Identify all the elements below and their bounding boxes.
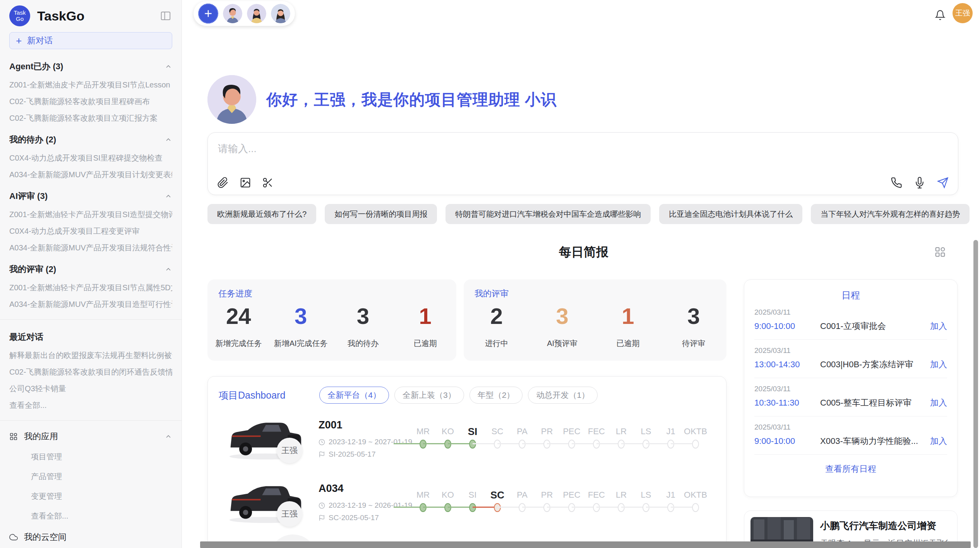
schedule-time: 9:00-10:00 — [754, 436, 820, 446]
sidebar-item[interactable]: C02-飞腾新能源轻客改款项目立项汇报方案 — [9, 114, 172, 122]
join-link[interactable]: 加入 — [930, 397, 947, 409]
milestone-pa: PA — [510, 488, 535, 514]
app-link-product-mgmt[interactable]: 产品管理 — [9, 471, 172, 482]
sidebar-item[interactable]: A034-全新新能源MUV产品开发项目法规符合性评审 — [9, 244, 172, 252]
horizontal-scrollbar[interactable] — [200, 541, 971, 548]
grid-icon — [9, 432, 18, 441]
agent-pill — [194, 1, 295, 26]
sidebar-item-cloud-space[interactable]: 我的云空间 — [9, 531, 172, 543]
filter-model-year[interactable]: 年型（2） — [469, 387, 523, 404]
attachment-icon[interactable] — [217, 177, 229, 188]
agent-avatar-1[interactable] — [223, 4, 242, 23]
recent-chat-item[interactable]: C02-飞腾新能源轻客改款项目的闭环通告反馈情况 — [9, 368, 172, 376]
sidebar-item[interactable]: C0X4-动力总成开发项目工程变更评审 — [9, 227, 172, 235]
filter-powertrain[interactable]: 动总开发（1） — [528, 387, 598, 404]
suggestion-chip[interactable]: 如何写一份清晰的项目周报 — [325, 204, 437, 224]
main-area: 王强 你好，王强，我是你的项目管理助理 小识 请输入... 欧洲新规最近颁布了什… — [182, 0, 980, 548]
milestone-label: LR — [609, 425, 634, 438]
vertical-scrollbar[interactable] — [973, 240, 978, 548]
view-all-apps[interactable]: 查看全部... — [9, 511, 172, 521]
app-title: TaskGo — [37, 9, 159, 24]
app-link-change-mgmt[interactable]: 变更管理 — [9, 491, 172, 502]
milestone-label: PR — [535, 425, 559, 438]
greeting-text: 你好，王强，我是你的项目管理助理 小识 — [266, 89, 557, 110]
add-agent-button[interactable] — [198, 3, 218, 24]
suggestion-chip[interactable]: 比亚迪全固态电池计划具体说了什么 — [659, 204, 802, 224]
milestone-sc: SC — [485, 425, 510, 450]
chevron-up-icon — [164, 433, 172, 440]
sidebar-item[interactable]: A034-全新新能源MUV产品开发项目计划变更表编写 — [9, 171, 172, 179]
suggestion-chip[interactable]: 特朗普可能对进口汽车增税会对中国车企造成哪些影响 — [445, 204, 651, 224]
suggestion-chips: 欧洲新规最近颁布了什么? 如何写一份清晰的项目周报 特朗普可能对进口汽车增税会对… — [207, 204, 970, 224]
schedule-card: 日程 2025/03/11 9:00-10:00 C001-立项审批会 加入 2… — [744, 279, 958, 497]
sidebar-item[interactable]: Z001-全新燃油轻卡产品开发项目SI造型提交物评审 — [9, 211, 172, 219]
clock-icon — [319, 439, 325, 445]
milestone-dot — [692, 440, 699, 449]
milestone-label: LS — [634, 425, 658, 438]
project-flag-date: SI-2025-05-17 — [319, 450, 375, 459]
chat-input-card[interactable]: 请输入... — [207, 132, 958, 195]
view-all-schedule-link[interactable]: 查看所有日程 — [754, 463, 947, 475]
recent-chat-item[interactable]: 公司Q3轻卡销量 — [9, 385, 172, 393]
project-flag-date: SC-2025-05-17 — [319, 514, 379, 522]
new-chat-button[interactable]: + 新对话 — [9, 32, 172, 49]
project-dates: 2023-12-19 ~ 2026-01-19 — [319, 501, 412, 510]
sidebar: Task Go TaskGo + 新对话 Agent已办 (3) Z001-全新… — [0, 0, 182, 548]
chevron-up-icon — [164, 63, 172, 70]
notifications-bell-icon[interactable] — [935, 10, 946, 21]
suggestion-chip[interactable]: 欧洲新规最近颁布了什么? — [207, 204, 316, 224]
join-link[interactable]: 加入 — [930, 435, 947, 447]
microphone-icon[interactable] — [914, 177, 925, 188]
image-icon[interactable] — [240, 177, 251, 188]
sidebar-item-my-apps[interactable]: 我的应用 — [9, 431, 172, 442]
flag-icon — [319, 515, 325, 521]
join-link[interactable]: 加入 — [930, 320, 947, 332]
filter-new-platform[interactable]: 全新平台（4） — [319, 387, 389, 404]
milestone-label: PR — [535, 488, 559, 502]
section-agent-done[interactable]: Agent已办 (3) — [9, 61, 172, 72]
recent-chat-item[interactable]: 解释最新出台的欧盟报废车法规再生塑料比例被调至15%... — [9, 351, 172, 360]
schedule-item: 2025/03/11 13:00-14:30 C003|H0B-方案冻结评审 加… — [754, 340, 947, 378]
schedule-name: C003|H0B-方案冻结评审 — [820, 359, 925, 370]
join-link[interactable]: 加入 — [930, 359, 947, 370]
project-row-z001[interactable]: 王强 Z001 2023-12-19 ~ 2027-01-19 SI-2025-… — [208, 409, 726, 467]
sidebar-item[interactable]: C0X4-动力总成开发项目SI里程碑提交物检查 — [9, 154, 172, 162]
milestone-label: FEC — [584, 488, 609, 502]
agent-avatar-3[interactable] — [271, 4, 290, 23]
collapse-sidebar-icon[interactable] — [159, 10, 172, 22]
milestone-label: J1 — [658, 488, 683, 502]
milestone-track: MRKOSISCPAPRPECFECLRLSJ1OKTB — [411, 488, 708, 514]
sidebar-item[interactable]: Z001-全新燃油皮卡产品开发项目SI节点Lesson Learn报告 — [9, 81, 172, 89]
milestone-j1: J1 — [658, 488, 683, 514]
filter-new-body[interactable]: 全新上装（3） — [394, 387, 464, 404]
sidebar-item[interactable]: A034-全新新能源MUV产品开发项目造型可行性评审 — [9, 300, 172, 308]
agent-avatar-2[interactable] — [247, 4, 266, 23]
sidebar-item[interactable]: C02-飞腾新能源轻客改款项目里程碑画布 — [9, 98, 172, 106]
section-my-todo[interactable]: 我的待办 (2) — [9, 134, 172, 146]
stat-in-progress: 2 进行中 — [464, 303, 529, 349]
stat-new-ai-done: 3 新增AI完成任务 — [270, 303, 332, 349]
app-link-project-mgmt[interactable]: 项目管理 — [9, 452, 172, 462]
section-label: 我的待办 (2) — [9, 134, 56, 146]
milestone-label: OKTB — [683, 488, 708, 502]
schedule-name: C001-立项审批会 — [820, 320, 925, 332]
suggestion-chip[interactable]: 当下年轻人对汽车外观有怎样的喜好趋势 — [811, 204, 970, 224]
stat-pending-review: 3 待评审 — [661, 303, 726, 349]
view-all-chats[interactable]: 查看全部... — [9, 401, 172, 409]
send-icon[interactable] — [937, 177, 949, 188]
scissors-icon[interactable] — [262, 177, 274, 188]
milestone-lr: LR — [609, 425, 634, 450]
schedule-date: 2025/03/11 — [754, 308, 947, 317]
schedule-item: 2025/03/11 9:00-10:00 C001-立项审批会 加入 — [754, 301, 947, 340]
section-ai-review[interactable]: AI评审 (3) — [9, 190, 172, 202]
schedule-time: 13:00-14:30 — [754, 360, 820, 370]
phone-icon[interactable] — [891, 177, 902, 188]
taskgo-logo: Task Go — [9, 5, 30, 26]
section-my-review[interactable]: 我的评审 (2) — [9, 264, 172, 275]
sidebar-item[interactable]: Z001-全新燃油轻卡产品开发项目SI节点属性5D文件评审 — [9, 284, 172, 292]
user-avatar[interactable]: 王强 — [953, 3, 973, 23]
section-label: 最近对话 — [9, 331, 43, 343]
new-chat-label: 新对话 — [27, 35, 53, 46]
layout-grid-icon[interactable] — [934, 246, 946, 258]
project-row-a034[interactable]: 王强 A034 2023-12-19 ~ 2026-01-19 SC-2025-… — [208, 473, 726, 531]
